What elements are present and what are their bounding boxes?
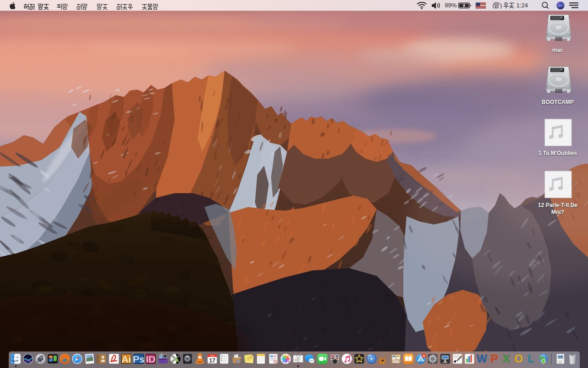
svg-text:W: W bbox=[477, 353, 487, 364]
svg-text:17: 17 bbox=[209, 357, 215, 364]
svg-text:Q: Q bbox=[237, 360, 239, 362]
svg-text:O: O bbox=[514, 353, 523, 364]
svg-text:Fun: Fun bbox=[250, 356, 253, 357]
svg-text:ID: ID bbox=[146, 354, 156, 364]
svg-text:SUN: SUN bbox=[210, 355, 215, 357]
svg-text:L: L bbox=[528, 353, 535, 364]
svg-text:RTF: RTF bbox=[559, 362, 562, 364]
svg-text:P: P bbox=[491, 353, 498, 364]
svg-text:X: X bbox=[503, 353, 510, 364]
svg-text:Ps: Ps bbox=[133, 354, 144, 364]
svg-text:Ai: Ai bbox=[122, 354, 131, 364]
